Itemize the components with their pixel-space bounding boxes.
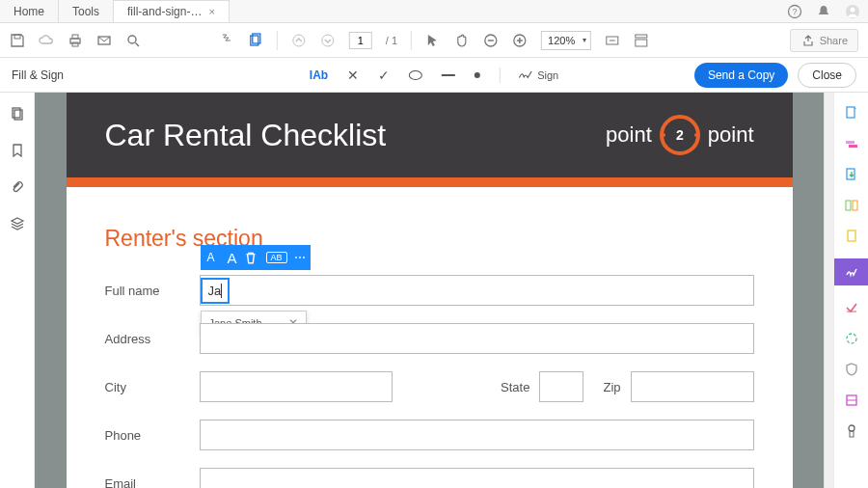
fill-sign-tool-active[interactable] — [834, 258, 868, 285]
circle-tool[interactable] — [409, 70, 422, 80]
send-copy-button[interactable]: Send a Copy — [694, 63, 788, 88]
help-icon[interactable]: ? — [787, 4, 802, 19]
home-tab[interactable]: Home — [0, 0, 59, 22]
sign-tool[interactable]: Sign — [500, 68, 558, 83]
thumbnails-icon[interactable] — [10, 106, 25, 122]
svg-rect-26 — [853, 201, 857, 210]
dot-tool[interactable] — [475, 72, 480, 78]
print-icon[interactable] — [68, 33, 83, 48]
delete-annotation-icon[interactable] — [243, 250, 264, 265]
select-tool-icon[interactable] — [219, 33, 234, 48]
email-field[interactable] — [200, 468, 754, 488]
search-icon[interactable] — [125, 33, 141, 48]
document-tab[interactable]: fill-and-sign-form… × — [114, 0, 230, 22]
svg-text:?: ? — [792, 7, 797, 16]
state-label: State — [501, 380, 529, 394]
organize-icon[interactable] — [843, 228, 860, 245]
svg-rect-25 — [846, 201, 851, 210]
mail-icon[interactable] — [96, 33, 112, 48]
document-tab-label: fill-and-sign-form… — [127, 5, 203, 18]
bookmark-icon[interactable] — [10, 143, 25, 158]
page-number-input[interactable] — [349, 32, 372, 49]
svg-rect-27 — [848, 230, 855, 241]
email-row: Email — [105, 468, 754, 488]
fillsign-label: Fill & Sign — [12, 68, 64, 82]
svg-rect-18 — [636, 40, 647, 46]
city-field[interactable] — [200, 371, 393, 402]
svg-rect-22 — [846, 141, 854, 144]
zip-field[interactable] — [631, 371, 754, 402]
layers-icon[interactable] — [10, 216, 25, 231]
share-label: Share — [820, 35, 848, 46]
address-label: Address — [105, 332, 190, 346]
more-options-icon[interactable]: ⋯ — [289, 251, 311, 264]
page-up-icon[interactable] — [291, 33, 307, 48]
svg-point-13 — [322, 35, 334, 46]
text-input-box[interactable]: Ja — [201, 278, 231, 304]
svg-rect-24 — [847, 169, 854, 179]
fit-width-icon[interactable] — [605, 33, 620, 48]
field-type-icon[interactable]: AB — [266, 252, 287, 263]
zoom-level-select[interactable]: 120% — [541, 31, 591, 50]
notifications-icon[interactable] — [816, 4, 831, 19]
line-tool[interactable] — [442, 74, 455, 76]
document-header: Car Rental Checklist point 2 point — [67, 93, 793, 187]
compress-icon[interactable] — [843, 392, 860, 409]
fullname-label: Full name — [105, 284, 190, 298]
svg-rect-21 — [847, 107, 854, 118]
pointer-icon[interactable] — [425, 33, 441, 48]
email-label: Email — [105, 476, 190, 489]
address-field[interactable] — [200, 323, 754, 354]
save-icon[interactable] — [10, 33, 25, 48]
check-tool[interactable]: ✓ — [378, 68, 390, 83]
create-pdf-icon[interactable] — [843, 104, 860, 122]
close-button[interactable]: Close — [798, 63, 856, 88]
text-format-toolbar: A A AB ⋯ — [201, 245, 311, 270]
svg-rect-23 — [849, 145, 857, 148]
more-tools-icon[interactable] — [843, 422, 860, 440]
svg-point-12 — [293, 35, 305, 46]
export-pdf-icon[interactable] — [843, 166, 860, 183]
fullname-field[interactable]: A A AB ⋯ Ja Jane Smith ✕ — [200, 275, 754, 306]
page-total-label: / 1 — [386, 35, 397, 46]
svg-point-30 — [849, 425, 854, 431]
text-tool[interactable]: IAb — [310, 68, 328, 82]
city-row: City State Zip — [105, 371, 754, 402]
page-down-icon[interactable] — [320, 33, 336, 48]
account-icon[interactable] — [845, 4, 860, 19]
vertical-scrollbar[interactable] — [824, 93, 833, 488]
tools-tab[interactable]: Tools — [59, 0, 114, 22]
protect-icon[interactable] — [843, 361, 860, 378]
workspace: Car Rental Checklist point 2 point Rente… — [0, 93, 868, 488]
zoom-in-icon[interactable] — [512, 33, 528, 48]
fillsign-tools: IAb ✕ ✓ Sign — [310, 68, 558, 83]
hand-icon[interactable] — [454, 33, 470, 48]
zip-label: Zip — [603, 380, 620, 394]
address-row: Address — [105, 323, 754, 354]
redact-icon[interactable] — [843, 299, 860, 316]
share-icon — [800, 33, 816, 48]
read-mode-icon[interactable] — [634, 33, 649, 48]
font-size-large[interactable]: A — [222, 250, 243, 266]
copy-icon[interactable] — [248, 33, 263, 48]
font-size-small[interactable]: A — [201, 251, 222, 264]
share-button[interactable]: Share — [790, 29, 858, 52]
main-toolbar: / 1 120% Share — [0, 23, 868, 58]
optimize-icon[interactable] — [843, 330, 860, 347]
document-title: Car Rental Checklist — [105, 118, 387, 153]
cloud-icon[interactable] — [39, 33, 54, 48]
combine-icon[interactable] — [843, 135, 860, 152]
phone-row: Phone — [105, 420, 754, 450]
zoom-out-icon[interactable] — [483, 33, 499, 48]
cross-tool[interactable]: ✕ — [347, 68, 359, 83]
document-area[interactable]: Car Rental Checklist point 2 point Rente… — [35, 93, 824, 488]
attachment-icon[interactable] — [10, 179, 25, 195]
svg-point-28 — [847, 334, 856, 343]
state-field[interactable] — [539, 371, 583, 402]
phone-field[interactable] — [200, 420, 754, 450]
edit-pdf-icon[interactable] — [843, 197, 860, 214]
svg-point-9 — [128, 36, 136, 43]
fill-sign-bar: Fill & Sign IAb ✕ ✓ Sign Send a Copy Clo… — [0, 58, 868, 93]
pdf-page: Car Rental Checklist point 2 point Rente… — [67, 93, 793, 488]
close-tab-icon[interactable]: × — [209, 6, 215, 17]
